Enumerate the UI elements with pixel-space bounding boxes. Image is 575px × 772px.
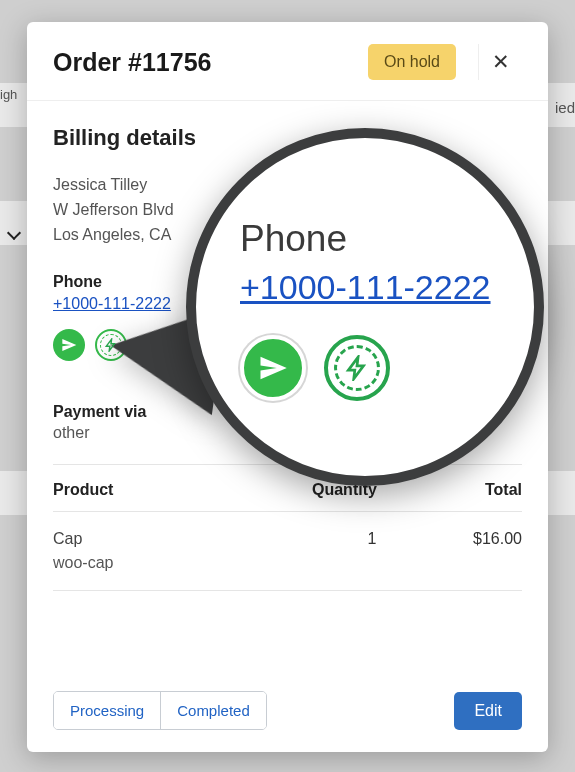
col-product: Product [53, 481, 312, 499]
cell-product: Cap [53, 530, 312, 548]
magnified-phone-link[interactable]: +1000-111-2222 [240, 268, 491, 307]
modal-footer: Processing Completed Edit [27, 673, 548, 752]
bolt-icon [344, 355, 370, 381]
bolt-icon [104, 338, 118, 352]
status-badge: On hold [368, 44, 456, 80]
chevron-down-icon [6, 225, 24, 243]
table-row: Cap 1 $16.00 [53, 512, 522, 554]
background-text-right: ied [555, 99, 575, 116]
processing-button[interactable]: Processing [54, 692, 160, 729]
magnifier-overlay: Phone +1000-111-2222 [186, 128, 544, 486]
col-total: Total [432, 481, 522, 499]
order-title: Order #11756 [53, 48, 368, 77]
edit-button[interactable]: Edit [454, 692, 522, 730]
magnified-quick-action-button[interactable] [324, 335, 390, 401]
magnified-phone-label: Phone [240, 218, 491, 260]
send-message-button[interactable] [53, 329, 85, 361]
close-button[interactable]: ✕ [478, 44, 522, 80]
background-text-left: igh [0, 87, 17, 102]
send-icon [258, 353, 288, 383]
close-icon: ✕ [492, 50, 510, 74]
items-table-header: Product Quantity Total [53, 464, 522, 512]
cell-sku: woo-cap [53, 554, 522, 591]
completed-button[interactable]: Completed [160, 692, 266, 729]
status-segmented-control: Processing Completed [53, 691, 267, 730]
magnified-send-button[interactable] [240, 335, 306, 401]
cell-total: $16.00 [432, 530, 522, 548]
send-icon [61, 337, 77, 353]
cell-quantity: 1 [312, 530, 432, 548]
modal-header: Order #11756 On hold ✕ [27, 22, 548, 101]
